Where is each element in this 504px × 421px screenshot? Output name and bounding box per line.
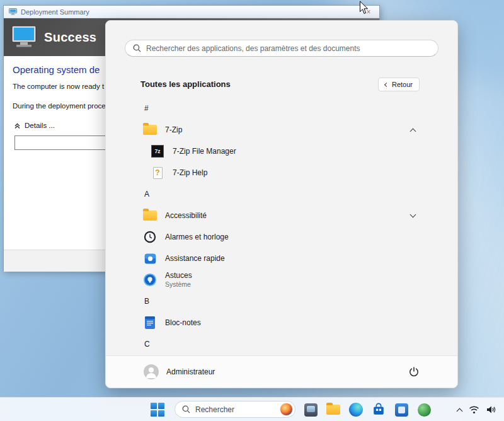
computer-icon — [11, 25, 37, 49]
app-folder-accessibilite[interactable]: Accessibilité — [106, 205, 457, 226]
section-letter-a[interactable]: A — [106, 183, 457, 205]
blue-app-icon[interactable] — [394, 402, 409, 417]
quick-assist-icon — [142, 251, 158, 266]
app-label: 7-Zip File Manager — [173, 147, 236, 156]
start-search-box[interactable] — [125, 40, 438, 57]
user-name[interactable]: Administrateur — [166, 367, 215, 376]
taskbar: Rechercher — [0, 397, 504, 421]
start-button[interactable] — [151, 403, 164, 417]
details-expander[interactable]: Details ... — [14, 122, 55, 129]
app-item-7zip-file-manager[interactable]: 7z 7-Zip File Manager — [106, 141, 457, 162]
power-icon[interactable] — [408, 366, 420, 378]
start-menu: Toutes les applications Retour # 7-Zip 7… — [105, 20, 458, 388]
app-sublabel: Système — [165, 280, 192, 288]
folder-label: 7-Zip — [165, 125, 182, 134]
tips-icon — [142, 272, 158, 287]
search-icon — [182, 405, 190, 413]
app-label: Astuces — [165, 272, 192, 280]
details-label: Details ... — [25, 122, 55, 129]
green-app-icon[interactable] — [416, 402, 432, 417]
apps-list: # 7-Zip 7z 7-Zip File Manager ? 7-Zip He… — [106, 98, 457, 355]
app-label: Assistance rapide — [165, 254, 225, 263]
notepad-icon — [142, 315, 158, 330]
section-letter-b[interactable]: B — [106, 291, 457, 312]
search-highlight-badge[interactable] — [280, 403, 293, 416]
edge-icon[interactable] — [348, 402, 364, 417]
start-search-input[interactable] — [146, 44, 430, 53]
chevron-left-icon — [384, 82, 389, 86]
network-icon[interactable] — [469, 405, 479, 414]
app-folder-7zip[interactable]: 7-Zip — [106, 119, 457, 141]
chevron-down-icon[interactable] — [410, 212, 416, 218]
section-letter-hash[interactable]: # — [106, 98, 457, 119]
section-letter-label: B — [144, 297, 149, 306]
7zip-file-manager-icon: 7z — [150, 144, 165, 159]
app-item-alarmes[interactable]: Alarmes et horloge — [106, 226, 457, 248]
folder-label: Accessibilité — [165, 211, 207, 220]
file-explorer-icon[interactable] — [326, 402, 341, 417]
close-icon[interactable]: × — [363, 8, 374, 16]
banner-title: Success — [44, 30, 96, 45]
dialog-heading: Operating system de — [13, 64, 100, 75]
taskbar-search-label: Rechercher — [195, 405, 275, 414]
section-letter-label: A — [144, 190, 149, 199]
7zip-help-icon: ? — [150, 165, 165, 180]
app-item-7zip-help[interactable]: ? 7-Zip Help — [106, 162, 457, 183]
app-item-bloc-notes[interactable]: Bloc-notes — [106, 312, 457, 333]
dialog-body-line2: During the deployment proce — [13, 102, 106, 110]
tray-chevron-up-icon[interactable] — [457, 408, 463, 414]
section-letter-c[interactable]: C — [106, 333, 457, 355]
volume-icon[interactable] — [486, 405, 496, 414]
app-label: 7-Zip Help — [173, 168, 207, 177]
alarms-clock-icon — [142, 229, 158, 245]
user-bar: Administrateur — [106, 355, 457, 388]
folder-icon — [142, 122, 158, 137]
search-icon — [133, 44, 141, 52]
section-letter-label: # — [144, 104, 149, 113]
back-button[interactable]: Retour — [378, 78, 420, 91]
dialog-titlebar[interactable]: Deployment Summary × — [4, 6, 379, 18]
app-label: Bloc-notes — [165, 318, 201, 327]
all-apps-header: Toutes les applications — [140, 79, 231, 89]
store-icon[interactable] — [371, 402, 386, 417]
taskbar-search[interactable]: Rechercher — [175, 401, 295, 418]
folder-icon — [142, 208, 158, 223]
section-letter-label: C — [144, 340, 150, 349]
desktop: Deployment Summary × Success Operating s… — [0, 0, 504, 421]
app-label: Alarmes et horloge — [165, 233, 229, 241]
dialog-body-line1: The computer is now ready t — [13, 83, 104, 90]
app-item-assistance-rapide[interactable]: Assistance rapide — [106, 248, 457, 269]
details-expander-icon — [14, 122, 21, 129]
user-avatar[interactable] — [144, 364, 159, 379]
monitor-icon — [9, 8, 17, 15]
chevron-up-icon[interactable] — [410, 128, 416, 134]
dialog-title: Deployment Summary — [21, 8, 363, 16]
back-button-label: Retour — [392, 81, 413, 88]
app-item-astuces[interactable]: Astuces Système — [106, 269, 457, 291]
window-app-icon[interactable] — [303, 402, 318, 417]
